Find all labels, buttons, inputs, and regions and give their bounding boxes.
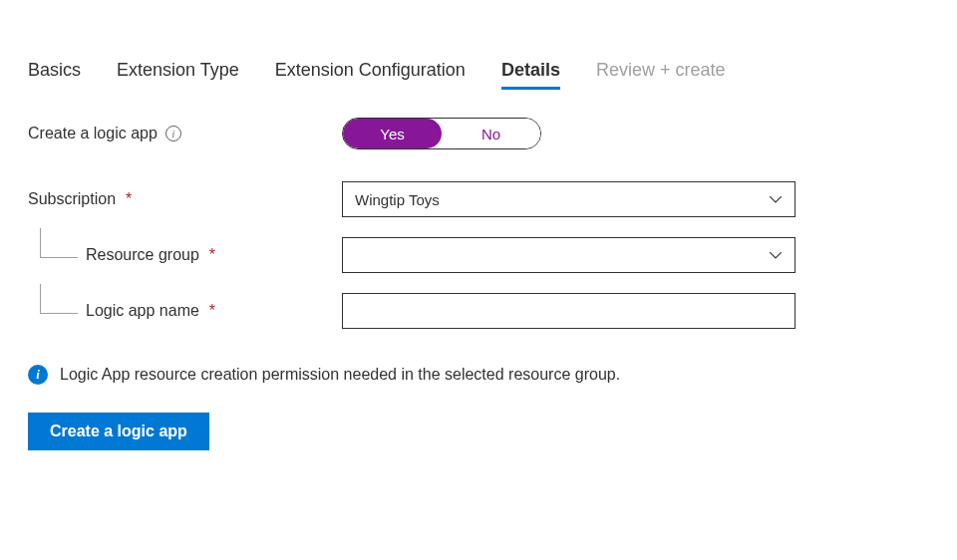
subscription-value: Wingtip Toys xyxy=(355,191,440,208)
chevron-down-icon xyxy=(769,248,783,262)
create-logic-app-button[interactable]: Create a logic app xyxy=(28,413,209,450)
required-mark: * xyxy=(126,190,132,208)
logic-app-name-text: Logic app name xyxy=(86,302,199,320)
toggle-yes[interactable]: Yes xyxy=(343,119,442,148)
row-create-logic-app: Create a logic app i Yes No xyxy=(28,118,929,149)
nested-bracket xyxy=(40,284,78,314)
info-icon: i xyxy=(28,365,48,385)
subscription-text: Subscription xyxy=(28,190,116,208)
chevron-down-icon xyxy=(769,192,783,206)
toggle-no[interactable]: No xyxy=(442,119,540,148)
row-logic-app-name: Logic app name * xyxy=(28,293,929,329)
label-logic-app-name: Logic app name * xyxy=(28,302,342,320)
toggle-create-logic-app[interactable]: Yes No xyxy=(342,118,541,149)
create-logic-app-text: Create a logic app xyxy=(28,125,158,142)
label-subscription: Subscription * xyxy=(28,190,342,208)
label-resource-group: Resource group * xyxy=(28,246,342,264)
dropdown-resource-group[interactable] xyxy=(342,237,796,273)
required-mark: * xyxy=(209,246,215,264)
required-mark: * xyxy=(209,302,215,320)
dropdown-subscription[interactable]: Wingtip Toys xyxy=(342,181,796,217)
tab-details[interactable]: Details xyxy=(501,60,560,90)
info-banner: i Logic App resource creation permission… xyxy=(28,365,929,385)
tab-bar: Basics Extension Type Extension Configur… xyxy=(28,60,929,90)
info-icon[interactable]: i xyxy=(165,126,181,141)
tab-extension-type[interactable]: Extension Type xyxy=(117,60,239,90)
tab-review-create[interactable]: Review + create xyxy=(596,60,726,90)
tab-basics[interactable]: Basics xyxy=(28,60,81,90)
info-message: Logic App resource creation permission n… xyxy=(60,366,620,384)
resource-group-text: Resource group xyxy=(86,246,199,264)
row-resource-group: Resource group * xyxy=(28,237,929,273)
tab-extension-configuration[interactable]: Extension Configuration xyxy=(275,60,466,90)
nested-bracket xyxy=(40,228,78,258)
row-subscription: Subscription * Wingtip Toys xyxy=(28,181,929,217)
input-logic-app-name[interactable] xyxy=(342,293,796,329)
label-create-logic-app: Create a logic app i xyxy=(28,125,342,142)
